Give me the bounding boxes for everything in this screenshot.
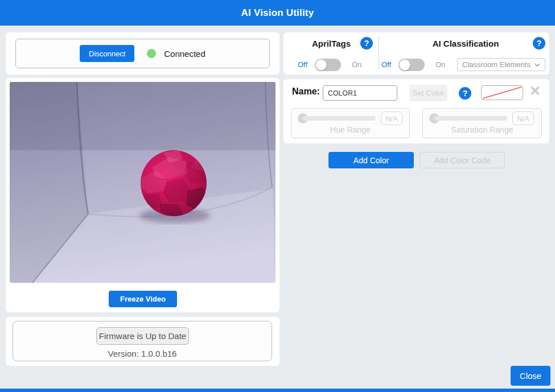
ai-classification-off-label: Off	[381, 60, 391, 69]
connected-status-dot-icon	[147, 49, 156, 58]
connection-panel: Disconnect Connected	[6, 32, 279, 75]
saturation-value-box: N/A	[512, 112, 534, 125]
connection-status-text: Connected	[164, 49, 205, 59]
hue-range-label: Hue Range	[291, 125, 409, 134]
add-color-button[interactable]: Add Color	[328, 152, 414, 168]
disconnect-button[interactable]: Disconnect	[80, 45, 134, 62]
hue-value-box: N/A	[381, 112, 402, 125]
footer-accent-strip	[0, 389, 555, 392]
no-color-diagonal-icon	[482, 86, 523, 100]
hue-slider-track[interactable]	[303, 116, 376, 121]
ai-classification-on-label: On	[435, 60, 445, 69]
apriltags-help-icon[interactable]: ?	[360, 37, 373, 49]
remove-color-icon[interactable]: ✕	[529, 84, 541, 98]
add-color-code-button[interactable]: Add Color Code	[420, 152, 505, 168]
ai-classification-toggle[interactable]	[398, 59, 425, 71]
page-title: AI Vision Utility	[241, 7, 314, 19]
saturation-slider-track[interactable]	[434, 116, 507, 121]
firmware-status-button[interactable]: Firmware is Up to Date	[96, 327, 189, 345]
apriltags-off-label: Off	[298, 60, 307, 69]
camera-feed	[10, 82, 276, 283]
connection-status-box: Disconnect Connected	[15, 39, 270, 68]
color-name-input[interactable]	[323, 85, 397, 101]
color-help-icon[interactable]: ?	[459, 87, 471, 100]
color-swatch	[481, 85, 523, 100]
section-divider	[379, 37, 379, 70]
saturation-range-label: Saturation Range	[423, 125, 541, 134]
hue-range-group: N/A Hue Range	[291, 108, 410, 138]
apriltags-toggle-knob	[315, 59, 327, 71]
saturation-range-group: N/A Saturation Range	[422, 108, 542, 138]
set-color-button[interactable]: Set Color	[409, 85, 447, 101]
firmware-panel: Firmware is Up to Date Version: 1.0.0.b1…	[6, 317, 279, 366]
apriltags-title: AprilTags	[312, 39, 351, 48]
apriltags-toggle[interactable]	[315, 59, 341, 71]
firmware-version-text: Version: 1.0.0.b16	[13, 349, 272, 358]
ai-classification-toggle-knob	[399, 59, 410, 71]
ai-vision-utility-window: AI Vision Utility Disconnect Connected	[0, 0, 555, 392]
video-panel: Freeze Video	[6, 78, 279, 312]
title-bar: AI Vision Utility	[0, 0, 555, 26]
color-config-panel: Name: Set Color ? ✕ N/A Hue Range N/A Sa…	[283, 79, 549, 143]
classification-model-select[interactable]: Classroom Elements	[457, 58, 545, 71]
detection-toggles-panel: AprilTags ? Off On AI Classification ? O…	[283, 32, 549, 75]
camera-feed-image	[10, 82, 276, 283]
chevron-down-icon	[535, 63, 540, 67]
ai-classification-title: AI Classification	[414, 39, 517, 48]
freeze-video-button[interactable]: Freeze Video	[109, 291, 177, 307]
color-name-label: Name:	[292, 86, 320, 97]
firmware-status-box: Firmware is Up to Date Version: 1.0.0.b1…	[13, 321, 272, 361]
classification-model-value: Classroom Elements	[462, 60, 531, 69]
ai-classification-help-icon[interactable]: ?	[533, 37, 545, 49]
apriltags-on-label: On	[352, 60, 361, 69]
close-button[interactable]: Close	[511, 366, 550, 386]
